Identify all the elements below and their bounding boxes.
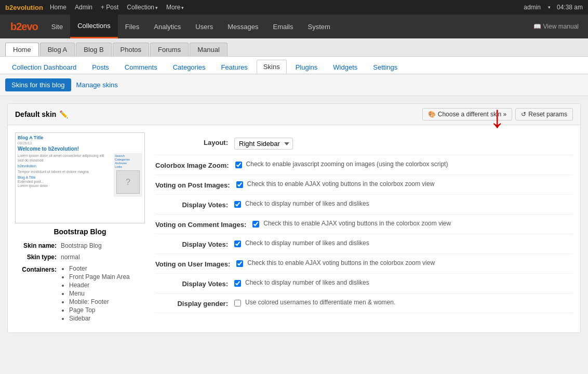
nav-users[interactable]: Users (188, 15, 220, 38)
blog-tab-blogb[interactable]: Blog B (76, 43, 111, 56)
setting-display-gender: Display gender: Use colored usernames to… (155, 293, 573, 313)
blog-tab-forums[interactable]: Forums (150, 43, 189, 56)
top-bar-nav: b2evolution Home Admin + Post Collection… (5, 0, 188, 15)
display-votes-post-control: Check to display number of likes and dis… (234, 200, 573, 208)
setting-voting-comment: Voting on Comment Images: Check this to … (155, 215, 573, 234)
reset-params-button[interactable]: ↺ Reset params (515, 108, 573, 121)
tab-plugins[interactable]: Plugins (289, 60, 325, 74)
display-gender-label: Display gender: (155, 299, 228, 308)
list-item: Front Page Main Area (69, 273, 130, 280)
nav-system[interactable]: System (301, 15, 338, 38)
default-skin-card: Default skin ✏️ 🎨 Choose a different ski… (7, 103, 581, 333)
tab-comments[interactable]: Comments (118, 60, 164, 74)
settings-panel: Layout: Right SidebarLeft SidebarNo Side… (155, 132, 573, 325)
display-votes-comment-label: Display Votes: (155, 239, 228, 248)
topbar-brand[interactable]: b2evolution (5, 4, 43, 11)
skin-containers-label: Containers: (15, 265, 57, 323)
nav-messages[interactable]: Messages (220, 15, 265, 38)
card-body: Blog A Title 08/26/13 Welcome to b2evolu… (8, 125, 580, 332)
display-votes-post-label: Display Votes: (155, 200, 228, 209)
display-gender-checkbox[interactable] (234, 300, 241, 306)
topbar-admin[interactable]: Admin (71, 0, 96, 15)
tab-dashboard[interactable]: Collection Dashboard (5, 60, 83, 74)
colorbox-desc: Check to enable javascript zooming on im… (246, 161, 448, 168)
section-tabs: Collection Dashboard Posts Comments Cate… (0, 57, 588, 74)
display-votes-comment-control: Check to display number of likes and dis… (234, 239, 573, 247)
display-gender-desc: Use colored usernames to differentiate m… (245, 299, 395, 306)
nav-collections[interactable]: Collections (70, 15, 118, 38)
skin-preview-image: Blog A Title 08/26/13 Welcome to b2evolu… (15, 132, 145, 223)
blog-tab-home[interactable]: Home (5, 43, 39, 56)
list-item: Page Top (69, 306, 130, 314)
skin-title: Bootstrap Blog (15, 228, 145, 236)
choose-skin-button[interactable]: 🎨 Choose a different skin » (422, 108, 513, 121)
topbar-collection[interactable]: Collection▾ (123, 0, 162, 15)
display-votes-user-control: Check to display number of likes and dis… (234, 279, 573, 287)
setting-display-votes-user: Display Votes: Check to display number o… (155, 274, 573, 293)
topbar-post[interactable]: + Post (97, 0, 122, 15)
tab-widgets[interactable]: Widgets (326, 60, 364, 74)
skin-preview: Blog A Title 08/26/13 Welcome to b2evolu… (15, 132, 145, 325)
setting-colorbox: Colorbox Image Zoom: Check to enable jav… (155, 155, 573, 175)
colorbox-label: Colorbox Image Zoom: (155, 161, 229, 169)
voting-user-desc: Check this to enable AJAX voting buttons… (247, 259, 435, 266)
skin-name-field: Skin name: Bootstrap Blog (15, 240, 145, 251)
nav-brand[interactable]: b2evo (4, 15, 44, 38)
blog-tab-photos[interactable]: Photos (113, 43, 149, 56)
display-votes-comment-desc: Check to display number of likes and dis… (245, 239, 369, 247)
tab-settings[interactable]: Settings (366, 60, 404, 74)
skins-for-blog-button[interactable]: Skins for this blog (5, 78, 71, 91)
voting-comment-checkbox[interactable] (252, 221, 259, 228)
skin-containers-list: Footer Front Page Main Area Header Menu … (61, 265, 130, 323)
nav-analytics[interactable]: Analytics (146, 15, 188, 38)
edit-skin-icon[interactable]: ✏️ (59, 110, 68, 118)
voting-comment-label: Voting on Comment Images: (155, 220, 246, 229)
tab-categories[interactable]: Categories (166, 60, 212, 74)
choose-skin-icon: 🎨 (428, 111, 436, 118)
voting-comment-desc: Check this to enable AJAX voting buttons… (263, 220, 451, 227)
skin-name-label: Skin name: (15, 242, 57, 249)
layout-select[interactable]: Right SidebarLeft SidebarNo Sidebar (234, 138, 293, 150)
nav-site[interactable]: Site (44, 15, 70, 38)
main-nav: Site Collections Files Analytics Users M… (44, 15, 338, 38)
display-votes-post-checkbox[interactable] (234, 201, 241, 208)
list-item: Footer (69, 265, 130, 272)
topbar-more[interactable]: More▾ (163, 0, 188, 15)
manage-skins-link[interactable]: Manage skins (76, 81, 118, 89)
card-header: Default skin ✏️ 🎨 Choose a different ski… (8, 104, 580, 125)
colorbox-checkbox[interactable] (235, 162, 242, 168)
view-manual-link[interactable]: 📖 View manual (533, 23, 579, 30)
voting-user-label: Voting on User Images: (155, 259, 230, 268)
blog-tab-manual[interactable]: Manual (190, 43, 228, 56)
topbar-user[interactable]: admin (524, 4, 541, 11)
nav-bar: b2evo Site Collections Files Analytics U… (0, 15, 588, 38)
display-votes-post-desc: Check to display number of likes and dis… (245, 200, 369, 207)
skin-type-value: normal (61, 253, 80, 261)
nav-emails[interactable]: Emails (266, 15, 301, 38)
skin-type-label: Skin type: (15, 253, 57, 261)
tab-posts[interactable]: Posts (85, 60, 116, 74)
tab-skins[interactable]: Skins (257, 60, 287, 74)
voting-user-checkbox[interactable] (236, 260, 243, 267)
layout-control: Right SidebarLeft SidebarNo Sidebar (234, 138, 573, 150)
nav-files[interactable]: Files (118, 15, 146, 38)
voting-post-checkbox[interactable] (236, 181, 243, 188)
list-item: Menu (69, 290, 130, 297)
card-title: Default skin ✏️ (15, 110, 68, 118)
setting-voting-user: Voting on User Images: Check this to ena… (155, 254, 573, 274)
colorbox-control: Check to enable javascript zooming on im… (235, 161, 573, 168)
blog-tabs: Home Blog A Blog B Photos Forums Manual (0, 38, 588, 57)
voting-user-control: Check this to enable AJAX voting buttons… (236, 259, 573, 267)
blog-tab-bloga[interactable]: Blog A (40, 43, 75, 56)
skin-type-field: Skin type: normal (15, 251, 145, 263)
setting-layout: Layout: Right SidebarLeft SidebarNo Side… (155, 132, 573, 155)
display-votes-comment-checkbox[interactable] (234, 241, 241, 247)
layout-label: Layout: (155, 138, 228, 146)
topbar-home[interactable]: Home (46, 0, 70, 15)
blog-preview: Blog A Title 08/26/13 Welcome to b2evolu… (16, 133, 144, 223)
card-actions: 🎨 Choose a different skin » ↺ Reset para… (422, 108, 573, 121)
setting-display-votes-post: Display Votes: Check to display number o… (155, 195, 573, 215)
display-votes-user-desc: Check to display number of likes and dis… (245, 279, 369, 286)
display-votes-user-checkbox[interactable] (234, 280, 241, 287)
tab-features[interactable]: Features (215, 60, 255, 74)
